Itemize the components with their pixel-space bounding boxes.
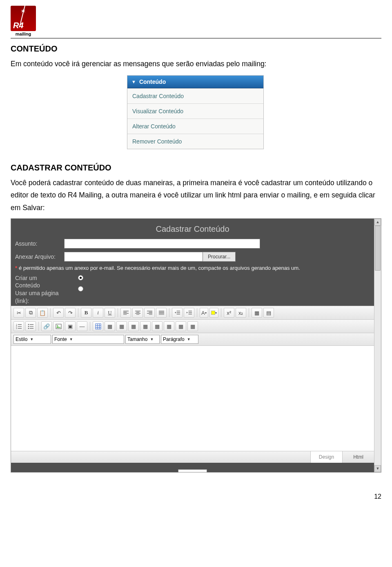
chevron-down-icon: ▼ [187, 337, 191, 341]
svg-text:3: 3 [16, 327, 17, 329]
svg-point-3 [28, 324, 29, 325]
mode-html-tab[interactable]: Html [342, 451, 374, 463]
align-center-icon[interactable] [132, 308, 143, 318]
select-estilo[interactable]: Estilo▼ [13, 335, 51, 344]
hr-icon[interactable]: — [77, 321, 87, 331]
save-row: Salvar [11, 463, 374, 472]
align-justify-icon[interactable] [156, 308, 167, 318]
select-tamanho[interactable]: Tamanho▼ [125, 335, 160, 344]
select-fonte[interactable]: Fonte▼ [52, 335, 124, 344]
table-merge-icon[interactable]: ▦ [176, 321, 186, 331]
browse-button[interactable]: Procurar... [203, 252, 236, 262]
menu-item-remover[interactable]: Remover Conteúdo [127, 134, 263, 149]
paste-icon[interactable]: 📋 [37, 308, 48, 318]
table-row-below-icon[interactable]: ▦ [116, 321, 127, 331]
editor-toolbar-3: Estilo▼ Fonte▼ Tamanho▼ Parágrafo▼ [11, 333, 374, 346]
table-col-right-icon[interactable]: ▦ [152, 321, 163, 331]
logo-text: R4 [13, 21, 24, 30]
highlight-color-icon[interactable]: ▾ [209, 308, 218, 318]
scroll-up-icon[interactable]: ▲ [374, 219, 381, 226]
radio-label-link-1: Usar uma página [15, 289, 64, 297]
svg-point-7 [57, 325, 58, 326]
subscript-icon[interactable]: x₂ [236, 308, 246, 318]
input-anexo[interactable] [64, 252, 203, 262]
vertical-scrollbar[interactable]: ▲ ▼ [374, 219, 381, 472]
scroll-thumb[interactable] [375, 226, 381, 271]
editor-screenshot: Cadastrar Conteúdo Assunto: Anexar Arqui… [11, 218, 381, 473]
label-assunto: Assunto: [15, 240, 64, 247]
section-intro-cadastrar: Você poderá cadastrar conteúdo de duas m… [11, 177, 381, 214]
menu-item-visualizar[interactable]: Visualizar Conteúdo [127, 103, 263, 119]
cut-icon[interactable]: ✂ [13, 308, 24, 318]
superscript-icon[interactable]: x² [224, 308, 234, 318]
chevron-down-icon: ▼ [69, 337, 73, 341]
undo-icon[interactable]: ↶ [53, 308, 64, 318]
bold-icon[interactable]: B [81, 308, 91, 318]
menu-item-alterar[interactable]: Alterar Conteúdo [127, 119, 263, 134]
link-icon[interactable]: 🔗 [41, 321, 52, 331]
row-anexo: Anexar Arquivo: Procurar... [11, 250, 374, 263]
input-assunto[interactable] [64, 239, 260, 249]
menu-header[interactable]: ▼ Conteúdo [127, 76, 263, 88]
indent-icon[interactable] [184, 308, 194, 318]
section-heading-conteudo: CONTEÚDO [11, 44, 381, 54]
radio-label-criar-1: Criar um [15, 274, 64, 282]
row-assunto: Assunto: [11, 237, 374, 250]
copy-icon[interactable]: ⧉ [25, 308, 36, 318]
underline-icon[interactable]: U [105, 308, 115, 318]
table-delete-row-icon[interactable]: ▦ [128, 321, 139, 331]
insert-field-icon[interactable]: ▦ [252, 308, 262, 318]
radio-criar-conteudo[interactable] [78, 275, 83, 280]
menu-item-cadastrar[interactable]: Cadastrar Conteúdo [127, 88, 263, 103]
svg-point-5 [28, 328, 29, 329]
scroll-down-icon[interactable]: ▼ [374, 465, 381, 472]
logo-block: ✶ R4 mailing [11, 6, 381, 36]
editor-modebar: Design Html [11, 451, 374, 463]
triangle-down-icon: ▼ [131, 79, 136, 84]
section-intro-conteudo: Em conteúdo você irá gerenciar as mensag… [11, 58, 381, 70]
attachment-note: *é permitido apenas um anexo por e-mail.… [11, 263, 374, 273]
table-col-left-icon[interactable]: ▦ [140, 321, 151, 331]
radio-label-criar-2: Conteúdo [15, 282, 64, 289]
image-icon[interactable] [53, 321, 64, 331]
align-right-icon[interactable] [144, 308, 155, 318]
editor-canvas[interactable] [11, 346, 374, 451]
editor-toolbar-2: 123 🔗 ▣ — ▦ ▦ ▦ ▦ ▦ ▦ ▦ ▦ [11, 320, 374, 333]
conteudo-menu-screenshot: ▼ Conteúdo Cadastrar Conteúdo Visualizar… [127, 75, 264, 149]
label-anexo: Anexar Arquivo: [15, 253, 64, 260]
r4-logo: ✶ R4 [11, 6, 36, 31]
outdent-icon[interactable] [172, 308, 183, 318]
table-row-above-icon[interactable]: ▦ [105, 321, 115, 331]
svg-point-4 [28, 326, 29, 327]
page-number: 12 [11, 493, 381, 500]
table-delete-col-icon[interactable]: ▦ [164, 321, 174, 331]
section-heading-cadastrar: CADASTRAR CONTEÚDO [11, 163, 381, 173]
chevron-down-icon: ▼ [30, 337, 33, 341]
menu-title: Conteúdo [139, 78, 166, 85]
radio-block: Criar um Conteúdo Usar uma página (link)… [11, 273, 374, 306]
asterisk-icon: * [15, 265, 17, 271]
text-color-icon[interactable]: A▾ [200, 308, 208, 318]
align-left-icon[interactable] [120, 308, 131, 318]
ordered-list-icon[interactable]: 123 [13, 321, 24, 331]
select-paragrafo[interactable]: Parágrafo▼ [161, 335, 198, 344]
italic-icon[interactable]: i [93, 308, 103, 318]
mode-design-tab[interactable]: Design [310, 451, 342, 463]
editor-title: Cadastrar Conteúdo [11, 219, 374, 237]
chevron-down-icon: ▼ [150, 337, 154, 341]
radio-label-link-2: (link): [15, 297, 64, 305]
radio-usar-link[interactable] [78, 286, 83, 291]
redo-icon[interactable]: ↷ [65, 308, 76, 318]
table-insert-icon[interactable] [93, 321, 103, 331]
svg-rect-8 [95, 324, 100, 329]
media-icon[interactable]: ▣ [65, 321, 76, 331]
save-button[interactable]: Salvar [178, 469, 207, 472]
logo-subtext: mailing [11, 31, 36, 36]
fields-icon[interactable]: ▤ [263, 308, 274, 318]
header-rule [11, 38, 381, 38]
svg-rect-6 [56, 324, 61, 328]
editor-toolbar-1: ✂ ⧉ 📋 ↶ ↷ B i U A▾ ▾ x² x₂ ▦ ▤ [11, 306, 374, 320]
table-split-icon[interactable]: ▦ [187, 321, 198, 331]
unordered-list-icon[interactable] [25, 321, 36, 331]
